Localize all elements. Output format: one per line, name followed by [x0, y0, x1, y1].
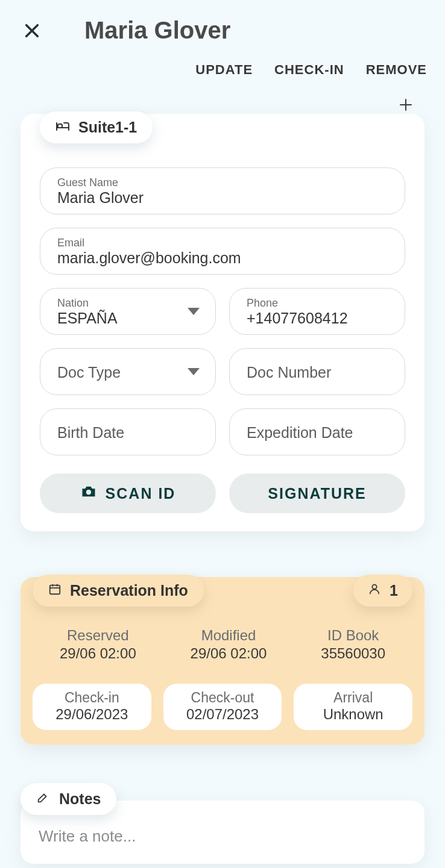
email-label: Email	[57, 237, 388, 249]
close-icon[interactable]	[22, 20, 42, 41]
suite-label: Suite1-1	[78, 119, 137, 136]
reserved-label: Reserved	[60, 627, 136, 644]
expedition-date-field[interactable]: Expedition Date	[229, 408, 405, 455]
chevron-down-icon	[188, 368, 200, 375]
signature-label: SIGNATURE	[268, 485, 366, 502]
doc-type-placeholder: Doc Type	[57, 364, 198, 381]
doc-number-placeholder: Doc Number	[247, 364, 388, 381]
scan-id-label: SCAN ID	[106, 485, 176, 502]
checkin-button[interactable]: CHECK-IN	[274, 62, 344, 78]
modified-label: Modified	[191, 627, 267, 644]
update-button[interactable]: UPDATE	[195, 62, 253, 78]
guest-card: Suite1-1 Guest Name Maria Glover Email m…	[21, 114, 424, 531]
reserved-value: 29/06 02:00	[60, 645, 136, 662]
camera-icon	[80, 484, 97, 502]
guest-count-chip[interactable]: 1	[353, 575, 412, 607]
remove-button[interactable]: REMOVE	[366, 62, 427, 78]
nation-select[interactable]: Nation ESPAÑA	[40, 288, 216, 335]
reservation-info-chip[interactable]: Reservation Info	[33, 575, 204, 607]
guest-name-label: Guest Name	[57, 176, 388, 189]
doc-type-select[interactable]: Doc Type	[40, 348, 216, 395]
scan-id-button[interactable]: SCAN ID	[40, 473, 216, 513]
modified-value: 29/06 02:00	[191, 645, 267, 662]
person-icon	[368, 582, 381, 599]
notes-chip[interactable]: Notes	[21, 783, 116, 815]
phone-label: Phone	[247, 297, 388, 310]
reservation-info-label: Reservation Info	[70, 582, 188, 599]
action-bar: UPDATE CHECK-IN REMOVE	[0, 44, 445, 78]
doc-number-field[interactable]: Doc Number	[229, 348, 405, 395]
svg-rect-1	[50, 585, 60, 595]
checkout-label: Check-out	[167, 690, 279, 706]
phone-value: +14077608412	[247, 310, 388, 327]
suite-chip[interactable]: Suite1-1	[40, 111, 153, 143]
notes-label: Notes	[59, 790, 101, 808]
calendar-icon	[48, 582, 62, 599]
svg-point-0	[86, 490, 91, 495]
modified-item: Modified 29/06 02:00	[191, 627, 267, 662]
notes-input[interactable]	[39, 827, 406, 846]
checkin-value: 29/06/2023	[36, 706, 148, 723]
signature-button[interactable]: SIGNATURE	[229, 473, 405, 513]
checkout-value: 02/07/2023	[167, 706, 279, 723]
guest-count-value: 1	[390, 582, 398, 599]
page-title: Maria Glover	[84, 17, 230, 44]
arrival-label: Arrival	[297, 690, 409, 706]
edit-icon	[36, 790, 49, 808]
birth-date-field[interactable]: Birth Date	[40, 408, 216, 455]
email-field[interactable]: Email maria.glover@booking.com	[40, 228, 405, 275]
chevron-down-icon	[188, 308, 200, 315]
email-value: maria.glover@booking.com	[57, 249, 388, 267]
reserved-item: Reserved 29/06 02:00	[60, 627, 136, 662]
idbook-item: ID Book 35560030	[321, 627, 385, 662]
expedition-date-placeholder: Expedition Date	[247, 424, 388, 442]
guest-name-value: Maria Glover	[57, 189, 388, 207]
checkout-pill[interactable]: Check-out 02/07/2023	[163, 684, 282, 730]
checkin-label: Check-in	[36, 690, 148, 706]
phone-field[interactable]: Phone +14077608412	[229, 288, 405, 335]
nation-label: Nation	[57, 297, 198, 310]
idbook-value: 35560030	[321, 645, 385, 662]
add-button[interactable]	[397, 96, 415, 114]
bed-icon	[55, 119, 70, 136]
svg-point-2	[372, 585, 376, 589]
arrival-pill[interactable]: Arrival Unknown	[294, 684, 412, 730]
nation-value: ESPAÑA	[57, 310, 198, 327]
arrival-value: Unknown	[297, 706, 409, 723]
checkin-pill[interactable]: Check-in 29/06/2023	[33, 684, 151, 730]
idbook-label: ID Book	[321, 627, 385, 644]
birth-date-placeholder: Birth Date	[57, 424, 198, 442]
reservation-card: Reservation Info 1 Reserved 29/06 02:00 …	[21, 577, 424, 745]
guest-name-field[interactable]: Guest Name Maria Glover	[40, 167, 405, 214]
